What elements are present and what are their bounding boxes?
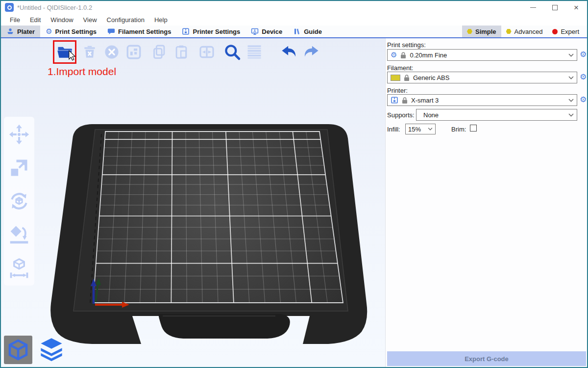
tab-device[interactable]: Device <box>245 26 288 37</box>
undo-button[interactable] <box>279 42 299 62</box>
filament-label: Filament: <box>387 64 413 72</box>
printer-icon <box>391 96 398 104</box>
mouse-cursor-icon <box>68 50 76 61</box>
tab-label: Guide <box>304 28 322 35</box>
move-tool[interactable] <box>7 123 31 146</box>
place-on-face-tool[interactable] <box>7 223 31 246</box>
menu-help[interactable]: Help <box>149 14 172 26</box>
minimize-button[interactable] <box>522 1 544 14</box>
split-button[interactable] <box>197 42 217 62</box>
paste-icon <box>173 44 190 60</box>
tab-print-settings[interactable]: ⚙ Print Settings <box>40 26 102 37</box>
mode-expert[interactable]: Expert <box>547 26 584 37</box>
mode-label: Simple <box>475 28 496 35</box>
3d-viewport[interactable]: 1.Import model <box>1 38 385 367</box>
print-settings-combo[interactable]: ⚙ 0.20mm Fine <box>387 49 577 61</box>
toolbar <box>53 40 323 64</box>
chevron-down-icon <box>568 99 574 102</box>
arrange-button[interactable] <box>124 42 144 62</box>
undo-arrow-icon <box>280 43 298 61</box>
mode-label: Advanced <box>514 28 543 35</box>
print-settings-gear-button[interactable]: ⚙ <box>580 51 587 58</box>
variable-layer-height-button[interactable] <box>245 42 264 62</box>
filament-gear-button[interactable]: ⚙ <box>580 73 587 81</box>
cube-3d-icon <box>6 338 30 362</box>
menu-bar: File Edit Window View Configuration Help <box>1 14 587 26</box>
filament-color-swatch <box>391 75 400 81</box>
supports-label: Supports: <box>387 111 415 119</box>
app-window: *Untitled - QIDISlicer-1.0.2 × File Edit… <box>0 0 588 368</box>
minimize-icon <box>530 7 536 8</box>
advanced-mode-icon <box>506 29 512 34</box>
menu-window[interactable]: Window <box>46 14 78 26</box>
move-icon <box>8 124 30 145</box>
maximize-icon <box>552 5 558 10</box>
rotate-icon <box>8 190 30 212</box>
close-button[interactable]: × <box>565 1 587 14</box>
menu-edit[interactable]: Edit <box>25 14 46 26</box>
infill-combo[interactable]: 15% <box>405 124 436 134</box>
redo-button[interactable] <box>301 42 321 62</box>
tab-plater[interactable]: Plater <box>1 26 40 37</box>
brim-label: Brim: <box>451 126 466 133</box>
tab-filament-settings[interactable]: Filament Settings <box>102 26 176 37</box>
gear-icon: ⚙ <box>46 28 52 35</box>
infill-label: Infill: <box>387 126 400 133</box>
scale-tool[interactable] <box>7 156 31 180</box>
measure-icon <box>8 257 30 279</box>
close-icon: × <box>574 3 579 12</box>
menu-view[interactable]: View <box>78 14 102 26</box>
arrange-grid-icon <box>125 44 142 60</box>
paste-button[interactable] <box>172 42 191 62</box>
settings-panel: Print settings: ⚙ 0.20mm Fine ⚙ Filament… <box>385 38 587 367</box>
printer-gear-button[interactable]: ⚙ <box>580 96 587 104</box>
export-gcode-button[interactable]: Export G-code <box>387 351 586 366</box>
measure-tool[interactable] <box>7 256 31 280</box>
mode-label: Expert <box>561 28 579 35</box>
simple-mode-icon <box>467 29 472 34</box>
supports-value: None <box>419 111 439 119</box>
search-button[interactable] <box>222 42 242 62</box>
printer-combo[interactable]: X-smart 3 <box>387 94 577 106</box>
maximize-button[interactable] <box>544 1 565 14</box>
tab-label: Filament Settings <box>118 28 171 35</box>
app-logo-icon <box>5 3 14 12</box>
mode-advanced[interactable]: Advanced <box>501 26 548 37</box>
preview-view-button[interactable] <box>37 336 66 364</box>
window-title: *Untitled - QIDISlicer-1.0.2 <box>17 4 92 11</box>
circle-x-icon <box>103 44 120 60</box>
infill-value: 15% <box>408 126 421 133</box>
print-bed <box>1 38 385 367</box>
printer-value: X-smart 3 <box>411 97 439 104</box>
layer-lines-icon <box>245 43 263 61</box>
guide-icon <box>293 27 301 35</box>
brim-checkbox[interactable] <box>470 125 477 131</box>
printer-label: Printer: <box>387 87 408 94</box>
scale-icon <box>8 157 30 179</box>
menu-configuration[interactable]: Configuration <box>102 14 149 26</box>
menu-file[interactable]: File <box>5 14 25 26</box>
supports-combo[interactable]: None <box>416 109 577 121</box>
copy-icon <box>151 44 168 60</box>
tab-printer-settings[interactable]: Printer Settings <box>176 26 245 37</box>
filament-value: Generic ABS <box>413 74 449 81</box>
tab-label: Plater <box>17 28 35 35</box>
flatten-icon <box>8 224 30 245</box>
delete-button[interactable] <box>80 42 99 62</box>
mode-simple[interactable]: Simple <box>462 26 501 37</box>
delete-all-button[interactable] <box>102 42 122 62</box>
tab-label: Printer Settings <box>193 28 240 35</box>
rotate-tool[interactable] <box>7 189 31 213</box>
copy-button[interactable] <box>149 42 169 62</box>
tab-guide[interactable]: Guide <box>288 26 327 37</box>
print-settings-value: 0.20mm Fine <box>410 52 447 59</box>
tab-bar: Plater ⚙ Print Settings Filament Setting… <box>1 26 587 38</box>
filament-combo[interactable]: Generic ABS <box>387 72 577 83</box>
chevron-down-icon <box>568 76 574 79</box>
3d-editor-view-button[interactable] <box>4 336 32 364</box>
redo-arrow-icon <box>302 43 320 61</box>
filament-icon <box>107 27 115 35</box>
device-icon <box>251 27 259 35</box>
lock-icon <box>400 52 406 59</box>
tab-label: Device <box>262 28 282 35</box>
